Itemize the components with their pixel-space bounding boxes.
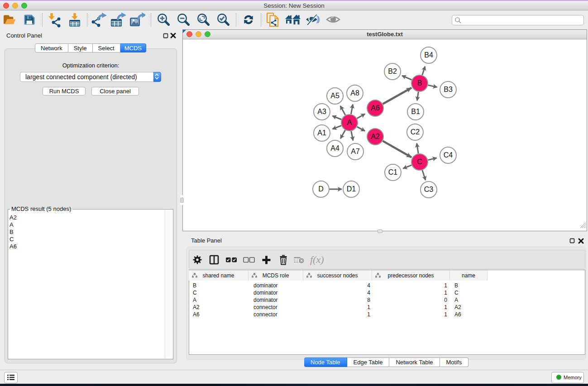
svg-text:D: D: [318, 185, 324, 193]
svg-text:A8: A8: [350, 89, 359, 97]
svg-text:A6: A6: [371, 104, 380, 112]
svg-text:C: C: [417, 158, 422, 166]
svg-text:f(x): f(x): [310, 254, 324, 265]
svg-text:A7: A7: [351, 148, 360, 155]
svg-text:B: B: [417, 79, 422, 87]
svg-text:A: A: [347, 119, 352, 126]
svg-text:B4: B4: [424, 51, 433, 59]
svg-text:A3: A3: [317, 108, 326, 115]
svg-text:A4: A4: [330, 144, 339, 152]
svg-text:A1: A1: [317, 129, 326, 137]
svg-text:C3: C3: [424, 186, 434, 193]
svg-text:B2: B2: [388, 67, 397, 75]
svg-text:D1: D1: [347, 185, 356, 193]
svg-text:B3: B3: [444, 86, 453, 93]
svg-text:C2: C2: [411, 128, 420, 136]
svg-text:C1: C1: [388, 168, 398, 176]
svg-text:B1: B1: [411, 108, 420, 115]
svg-text:A2: A2: [371, 133, 380, 140]
svg-text:A5: A5: [330, 92, 339, 100]
svg-text:C4: C4: [444, 151, 453, 159]
